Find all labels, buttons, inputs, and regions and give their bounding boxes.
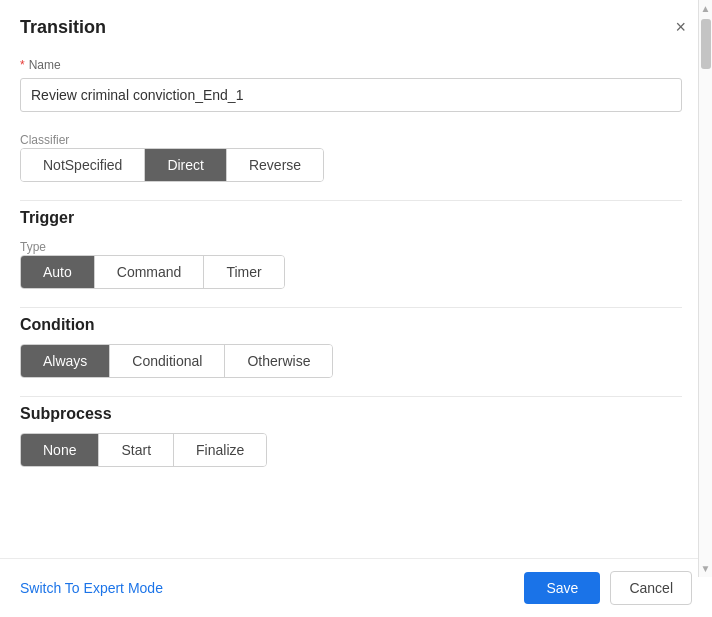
- scroll-thumb[interactable]: [701, 19, 711, 69]
- scrollbar-track[interactable]: ▲ ▼: [698, 0, 712, 577]
- dialog-title: Transition: [20, 17, 106, 38]
- subprocess-start[interactable]: Start: [99, 434, 174, 466]
- cancel-button[interactable]: Cancel: [610, 571, 692, 605]
- transition-dialog: Transition × ▲ ▼ *Name Classifier NotSpe…: [0, 0, 712, 617]
- subprocess-finalize[interactable]: Finalize: [174, 434, 266, 466]
- required-indicator: *: [20, 58, 25, 72]
- name-field-group: *Name: [20, 58, 682, 112]
- scroll-down-arrow[interactable]: ▼: [699, 560, 713, 577]
- name-input[interactable]: [20, 78, 682, 112]
- trigger-section: Trigger Type Auto Command Timer: [20, 200, 682, 289]
- classifier-btn-group: NotSpecified Direct Reverse: [20, 148, 324, 182]
- dialog-body: *Name Classifier NotSpecified Direct Rev…: [0, 48, 712, 558]
- scroll-thumb-area: [699, 17, 712, 560]
- close-button[interactable]: ×: [669, 16, 692, 38]
- condition-title: Condition: [20, 307, 682, 344]
- classifier-field-group: Classifier NotSpecified Direct Reverse: [20, 130, 682, 182]
- name-label: *Name: [20, 58, 682, 72]
- classifier-label: Classifier: [20, 133, 69, 147]
- condition-conditional[interactable]: Conditional: [110, 345, 225, 377]
- trigger-timer[interactable]: Timer: [204, 256, 283, 288]
- switch-expert-button[interactable]: Switch To Expert Mode: [20, 580, 163, 596]
- classifier-direct[interactable]: Direct: [145, 149, 227, 181]
- dialog-header: Transition ×: [0, 0, 712, 48]
- trigger-title: Trigger: [20, 200, 682, 237]
- condition-btn-group: Always Conditional Otherwise: [20, 344, 333, 378]
- subprocess-none[interactable]: None: [21, 434, 99, 466]
- trigger-btn-group: Auto Command Timer: [20, 255, 285, 289]
- subprocess-section: Subprocess None Start Finalize: [20, 396, 682, 467]
- classifier-notspecified[interactable]: NotSpecified: [21, 149, 145, 181]
- trigger-auto[interactable]: Auto: [21, 256, 95, 288]
- condition-section: Condition Always Conditional Otherwise: [20, 307, 682, 378]
- condition-always[interactable]: Always: [21, 345, 110, 377]
- subprocess-btn-group: None Start Finalize: [20, 433, 267, 467]
- scroll-up-arrow[interactable]: ▲: [699, 0, 713, 17]
- save-button[interactable]: Save: [524, 572, 600, 604]
- footer-left: Switch To Expert Mode: [20, 579, 514, 597]
- dialog-footer: Switch To Expert Mode Save Cancel: [0, 558, 712, 617]
- trigger-command[interactable]: Command: [95, 256, 205, 288]
- trigger-type-label: Type: [20, 240, 46, 254]
- classifier-reverse[interactable]: Reverse: [227, 149, 323, 181]
- subprocess-title: Subprocess: [20, 396, 682, 433]
- condition-otherwise[interactable]: Otherwise: [225, 345, 332, 377]
